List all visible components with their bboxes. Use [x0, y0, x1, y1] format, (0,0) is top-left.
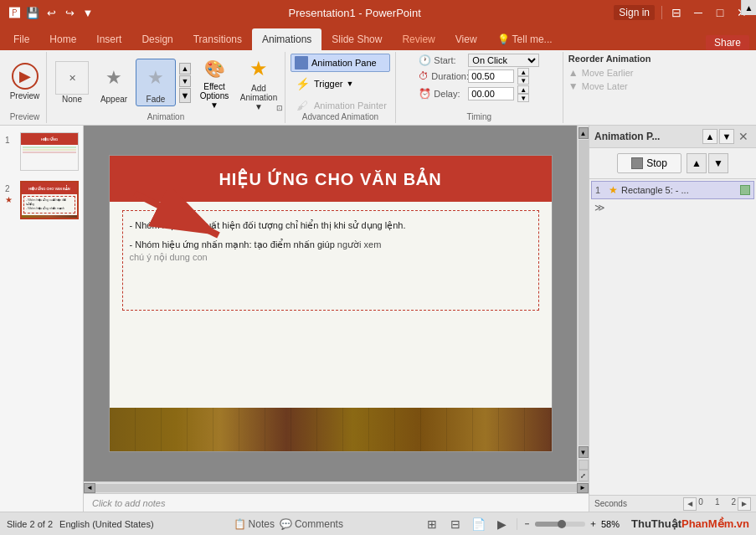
delay-spin-up[interactable]: ▲: [517, 85, 529, 94]
ribbon: ▶ Preview Preview ✕ None ★ Appear ★ Fade: [0, 50, 756, 126]
text-box-selection[interactable]: - Nhóm hiệu ứng xuất hiện đối tượng chỉ …: [122, 210, 539, 311]
sec-nav-right[interactable]: ►: [738, 497, 751, 511]
anim-appear-button[interactable]: ★ Appear: [94, 59, 134, 105]
delay-input[interactable]: [468, 87, 514, 100]
slide-img-1[interactable]: HIỆU ỨNG: [20, 132, 79, 171]
animation-pane-header: Animation P... ▲ ▼ ✕: [589, 126, 756, 148]
effect-options-button[interactable]: 🎨 EffectOptions ▼: [196, 55, 233, 110]
duration-input[interactable]: [468, 69, 514, 83]
nav-down-button[interactable]: ▼: [708, 153, 728, 173]
anim-scroll-up[interactable]: ▲: [179, 63, 191, 75]
tab-view[interactable]: View: [445, 28, 487, 50]
undo-icon[interactable]: ↩: [44, 5, 59, 20]
comments-tab[interactable]: 💬 Comments: [280, 518, 343, 530]
zoom-thumb[interactable]: [558, 520, 566, 528]
expand-icon[interactable]: ≫: [594, 202, 605, 213]
save-icon[interactable]: 💾: [25, 5, 40, 20]
slide-info: Slide 2 of 2: [7, 519, 53, 529]
restore-button[interactable]: ⊟: [669, 5, 684, 20]
trigger-button[interactable]: ⚡ Trigger ▼: [291, 74, 390, 94]
start-clock-icon: 🕐: [419, 54, 431, 66]
click-to-add-notes[interactable]: Click to add notes: [92, 498, 165, 508]
start-select[interactable]: On Click: [468, 54, 539, 67]
redo-icon[interactable]: ↪: [62, 5, 77, 20]
customize-icon[interactable]: ▼: [80, 5, 95, 20]
notes-tab[interactable]: 📋 Notes: [234, 518, 275, 530]
animation-pane-toolbar: Stop ▲ ▼: [589, 148, 756, 179]
timing-group-content: 🕐 Start: On Click ⏱ Duration: ▲ ▼: [419, 54, 539, 114]
duration-spin-up[interactable]: ▲: [517, 68, 529, 76]
zoom-in-button[interactable]: ＋: [589, 517, 598, 530]
anim-scroll-down[interactable]: ▼: [179, 75, 191, 87]
anim-fade-label: Fade: [147, 95, 166, 104]
reading-view-button[interactable]: 📄: [470, 515, 488, 533]
collapse-ribbon-button[interactable]: ▲: [741, 0, 756, 15]
tab-home[interactable]: Home: [39, 28, 86, 50]
tab-tellme[interactable]: 💡Tell me...: [487, 28, 563, 50]
scroll-h-track[interactable]: [95, 484, 577, 492]
normal-view-button[interactable]: ⊞: [423, 515, 441, 533]
anim-item-color-1: [740, 185, 750, 195]
move-earlier-button[interactable]: ▲ Move Earlier: [568, 67, 651, 79]
scroll-v-btn3[interactable]: ⤢: [579, 470, 589, 481]
pane-move-up[interactable]: ▲: [702, 129, 717, 144]
anim-fade-button[interactable]: ★ Fade: [136, 59, 176, 106]
anim-item-1[interactable]: 1 ★ Rectangle 5: - ...: [591, 181, 754, 199]
zoom-out-button[interactable]: －: [522, 517, 532, 530]
slide-img-2[interactable]: HIỆU ỨNG CHO VĂN BẢN - Nhóm hiệu ứng xuấ…: [20, 181, 79, 219]
comments-label: Comments: [295, 518, 343, 530]
powerpoint-icon: 🅿: [7, 5, 22, 20]
tab-review[interactable]: Review: [392, 28, 445, 50]
scroll-left-button[interactable]: ◄: [84, 483, 95, 493]
move-later-button[interactable]: ▼ Move Later: [568, 80, 651, 92]
animation-painter-icon: 🖌: [294, 97, 311, 114]
trigger-icon: ⚡: [294, 75, 311, 92]
scroll-expand-button[interactable]: [579, 460, 589, 470]
slide-thumb-2[interactable]: 2 ★ HIỆU ỨNG CHO VĂN BẢN - Nhóm hiệu ứng…: [3, 179, 80, 221]
body-text-2: - Nhóm hiệu ứng nhấn mạnh: tạo điểm nhấn…: [130, 237, 532, 253]
anim-none-button[interactable]: ✕ None: [52, 59, 92, 105]
sec-nav-left[interactable]: ◄: [683, 497, 697, 511]
animation-pane-title: Animation P...: [594, 131, 660, 142]
slide-canvas[interactable]: HIỆU ỨNG CHO VĂN BẢN - Nhóm hiệu ứng xuấ…: [109, 155, 553, 452]
preview-button[interactable]: ▶ Preview: [8, 57, 43, 107]
animation-pane-button[interactable]: Animation Pane: [291, 54, 390, 72]
tab-animations[interactable]: Animations: [252, 28, 321, 50]
slide-star-badge: ★: [5, 195, 13, 204]
add-animation-button[interactable]: ★ AddAnimation ▼: [238, 54, 280, 111]
nav-up-button[interactable]: ▲: [687, 153, 707, 173]
trigger-arrow: ▼: [346, 80, 353, 88]
minimize-button[interactable]: ─: [691, 5, 706, 20]
horizontal-scrollbar[interactable]: ◄ ►: [84, 481, 589, 493]
tab-insert[interactable]: Insert: [86, 28, 131, 50]
scroll-up-button[interactable]: ▲: [579, 127, 589, 139]
anim-scroll-more[interactable]: ▼: [179, 88, 191, 103]
watermark-thuat: Thuật: [651, 517, 681, 530]
slideshow-view-button[interactable]: ▶: [493, 515, 512, 533]
tab-design[interactable]: Design: [131, 28, 183, 50]
sec-2: 2: [731, 497, 736, 511]
signin-button[interactable]: Sign in: [614, 5, 655, 20]
vertical-scrollbar[interactable]: ▲ ▼ ⤢: [577, 126, 589, 481]
scroll-down-button[interactable]: ▼: [579, 446, 589, 458]
pane-close-button[interactable]: ✕: [736, 129, 751, 144]
delay-spin-down[interactable]: ▼: [517, 94, 529, 102]
pane-move-down[interactable]: ▼: [719, 129, 734, 144]
share-button[interactable]: Share: [706, 35, 749, 50]
status-right: ⊞ ⊟ 📄 ▶ － ＋ 58% ThuThuậtPhanMềm.vn: [423, 515, 749, 533]
maximize-button[interactable]: □: [712, 5, 728, 20]
slide-thumb-1[interactable]: 1 HIỆU ỨNG: [3, 131, 80, 172]
animation-pane: Animation P... ▲ ▼ ✕ Stop ▲ ▼ 1 ★ Rectan…: [589, 126, 756, 512]
duration-spin-down[interactable]: ▼: [517, 76, 529, 85]
tab-file[interactable]: File: [3, 28, 39, 50]
tab-slideshow[interactable]: Slide Show: [321, 28, 392, 50]
scroll-right-button[interactable]: ►: [577, 483, 589, 493]
slide-sorter-button[interactable]: ⊟: [446, 515, 465, 533]
stop-button[interactable]: Stop: [617, 153, 681, 173]
move-earlier-icon: ▲: [568, 67, 579, 79]
animation-group-expand[interactable]: ⊡: [275, 103, 285, 113]
scroll-track[interactable]: [579, 140, 589, 445]
title-bar: 🅿 💾 ↩ ↪ ▼ Presentation1 - PowerPoint Sig…: [0, 0, 756, 25]
tab-transitions[interactable]: Transitions: [183, 28, 252, 50]
zoom-slider[interactable]: [535, 522, 585, 527]
